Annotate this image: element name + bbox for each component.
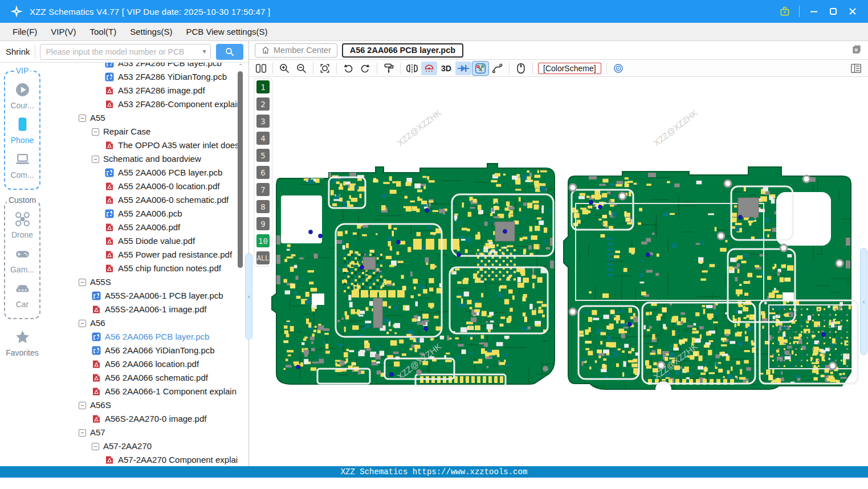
collapse-node-icon[interactable]: − [92, 156, 99, 163]
collapse-node-icon[interactable]: − [79, 429, 86, 437]
tree-node-a56s[interactable]: −A56S [44, 398, 248, 412]
tree-item-label: A56 2AA066 YiDianTong.pcb [105, 344, 215, 357]
collapse-node-icon[interactable]: − [79, 115, 86, 122]
collapse-node-icon[interactable]: − [92, 128, 99, 136]
tree-file-a55-diode-value-pdf[interactable]: A55 Diode value.pdf [44, 234, 248, 248]
menu-pcb-view-settings-s[interactable]: PCB View settings(S) [179, 25, 274, 39]
3d-view-button[interactable]: 3D [438, 62, 454, 75]
collapse-node-icon[interactable]: − [79, 279, 86, 286]
close-tab-icon[interactable] [851, 44, 862, 57]
maximize-button[interactable] [824, 3, 843, 19]
tree-file-a55s-2aa006-1-pcb-layer-pcb[interactable]: A55S-2AA006-1 PCB layer.pcb [44, 289, 248, 303]
tree-file-a53-2fa286-component-explain[interactable]: A53 2FA286-Component explain [44, 97, 248, 111]
tree-file-a53-2fa286-yidiantong-pcb[interactable]: A53 2FA286 YiDianTong.pcb [44, 70, 248, 84]
split-view-icon[interactable] [253, 62, 269, 75]
mirror-flip-icon[interactable] [404, 62, 420, 75]
zoom-out-icon[interactable] [294, 62, 309, 75]
menu-tool-t[interactable]: Tool(T) [83, 25, 124, 39]
tree-node-repair-case[interactable]: −Repair Case [44, 125, 248, 138]
layer-button-10[interactable]: 10 [256, 234, 270, 247]
tree-file-a55-2aa006-pcb-layer-pcb[interactable]: A55 2AA006 PCB layer.pcb [44, 166, 248, 180]
diode-direction-icon[interactable] [455, 62, 471, 75]
tree-file-the-oppo-a35-water-inlet-does[interactable]: The OPPO A35 water inlet does [44, 138, 248, 152]
colorscheme-button[interactable]: [ColorScheme] [538, 63, 601, 74]
shrink-button[interactable]: Shrink [3, 47, 35, 56]
layer-button-3[interactable]: 3 [256, 115, 270, 128]
tree-node-a55s[interactable]: −A55S [44, 275, 248, 289]
collapse-node-icon[interactable]: − [92, 443, 99, 450]
tree-file-a56-2aa066-schematic-pdf[interactable]: A56 2AA066 schematic.pdf [44, 371, 248, 385]
curve-trace-icon[interactable] [490, 62, 506, 75]
tree-scrollbar[interactable] [238, 71, 243, 268]
menu-vip-v[interactable]: VIP(V) [44, 25, 83, 39]
layer-button-7[interactable]: 7 [256, 183, 270, 196]
chevron-down-icon[interactable]: ▾ [203, 47, 206, 55]
paint-roller-icon[interactable] [381, 62, 397, 75]
tree-file-a53-2fa286-pcb-layer-pcb[interactable]: A53 2FA286 PCB layer.pcb [44, 63, 248, 70]
lamp-icon[interactable] [421, 62, 437, 75]
tree-file-a55-2aa006-pdf[interactable]: A55 2AA006.pdf [44, 221, 248, 234]
pcb-file-icon [92, 291, 101, 300]
tree-node-a55[interactable]: −A55 [44, 111, 248, 125]
rotate-left-icon[interactable] [340, 62, 356, 75]
search-button[interactable] [216, 44, 243, 60]
tree-file-a57-2aa270-component-explai[interactable]: A57-2AA270 Component explai [44, 453, 248, 466]
tree-file-a56-2aa066-pcb-layer-pcb[interactable]: A56 2AA066 PCB layer.pcb [44, 330, 248, 344]
tree-file-a55-2aa006-pcb[interactable]: A55 2AA006.pcb [44, 207, 248, 221]
tree-file-a56-2aa066-yidiantong-pcb[interactable]: A56 2AA066 YiDianTong.pcb [44, 344, 248, 357]
tree-file-a55s-2aa006-1-image-pdf[interactable]: A55S-2AA006-1 image.pdf [44, 303, 248, 316]
sidebar-item-gam[interactable]: Gam... [6, 246, 38, 274]
tab-active-pcb[interactable]: A56 2AA066 PCB layer.pcb [342, 43, 463, 58]
panel-toggle-icon[interactable] [848, 62, 864, 75]
sidebar-item-favorites[interactable]: Favorites [3, 329, 42, 357]
layer-button-9[interactable]: 9 [256, 217, 270, 230]
blind-via-icon[interactable] [610, 62, 626, 75]
sidebar-item-drone[interactable]: Drone [6, 211, 38, 239]
menu-file-f[interactable]: File(F) [6, 25, 44, 39]
tree-scroll-up-arrow[interactable]: ⌃ [238, 63, 243, 70]
mouse-settings-icon[interactable] [513, 62, 529, 75]
pcb-canvas[interactable]: XZZ@XZZHKXZZ@XZZHKXZZ@XZZHKXZZ@XZZHK [249, 77, 868, 466]
collapse-node-icon[interactable]: − [79, 320, 86, 327]
pcb-viewport[interactable]: 12345678910ALL XZZ@XZZHKXZZ@XZZHKXZZ@XZZ… [249, 77, 868, 466]
tree-file-a53-2fa286-image-pdf[interactable]: A53 2FA286 image.pdf [44, 84, 248, 97]
menu-settings-s[interactable]: Settings(S) [123, 25, 179, 39]
close-button[interactable] [843, 3, 862, 19]
rotate-right-icon[interactable] [357, 62, 373, 75]
tree-file-a55-chip-function-notes-pdf[interactable]: A55 chip function notes.pdf [44, 262, 248, 275]
layer-button-2[interactable]: 2 [256, 97, 270, 111]
layer-button-all[interactable]: ALL [256, 251, 270, 264]
sidebar-item-car[interactable]: Car [6, 281, 38, 309]
measure-pins-icon[interactable] [472, 62, 488, 75]
tree-file-a55-2aa006-0-location-pdf[interactable]: A55 2AA006-0 location.pdf [44, 180, 248, 193]
tree-file-a56-2aa066-1-component-explain[interactable]: A56 2AA066-1 Component explain [44, 385, 248, 398]
minimize-button[interactable] [804, 3, 824, 19]
zoom-in-icon[interactable] [276, 62, 292, 75]
license-briefcase-icon[interactable] [775, 3, 794, 19]
sidebar-item-phone[interactable]: Phone [6, 117, 38, 145]
file-tree: A53 2FA286 PCB layer.pcbA53 2FA286 YiDia… [44, 63, 248, 466]
sidebar-item-com[interactable]: Com... [6, 152, 38, 180]
collapse-node-icon[interactable]: − [79, 402, 86, 409]
collapse-left-panel-handle[interactable]: ‹ [245, 253, 252, 340]
search-input[interactable] [40, 44, 211, 60]
collapse-right-panel-handle[interactable]: ‹ [860, 248, 867, 355]
tree-file-a56-2aa066-location-pdf[interactable]: A56 2AA066 location.pdf [44, 357, 248, 371]
layer-button-4[interactable]: 4 [256, 132, 270, 145]
tree-node-a57-2aa270[interactable]: −A57-2AA270 [44, 439, 248, 453]
layer-button-1[interactable]: 1 [256, 80, 270, 93]
layer-button-5[interactable]: 5 [256, 149, 270, 162]
layer-button-6[interactable]: 6 [256, 166, 270, 179]
tree-file-a56s-2aa270-0-image-pdf[interactable]: A56S-2AA270-0 image.pdf [44, 412, 248, 426]
tree-file-a55-2aa006-0-schematic-pdf[interactable]: A55 2AA006-0 schematic.pdf [44, 193, 248, 207]
tree-item-label: A56 2AA066 PCB layer.pcb [105, 330, 209, 344]
layer-button-8[interactable]: 8 [256, 200, 270, 213]
tree-node-a57[interactable]: −A57 [44, 426, 248, 439]
fit-screen-icon[interactable] [317, 62, 333, 75]
tree-file-a55-power-pad-resistance-pdf[interactable]: A55 Power pad resistance.pdf [44, 248, 248, 262]
tree-node-a56[interactable]: −A56 [44, 316, 248, 330]
pdf-file-icon [105, 250, 114, 259]
sidebar-item-cour[interactable]: Cour... [6, 82, 38, 110]
tree-node-schematic-and-boardview[interactable]: −Schematic and boardview [44, 152, 248, 166]
member-center-button[interactable]: Member Center [255, 43, 337, 58]
